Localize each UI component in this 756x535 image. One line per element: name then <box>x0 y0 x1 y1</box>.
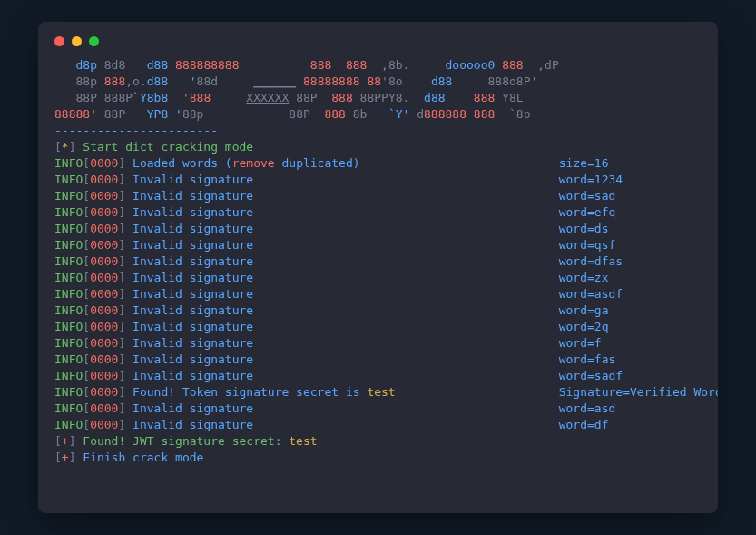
log-code: 0000 <box>90 418 118 431</box>
log-level: INFO <box>54 205 83 219</box>
banner-text: '888 <box>182 91 211 104</box>
banner-text: 888 <box>346 58 367 72</box>
log-code: 0000 <box>90 254 118 268</box>
log-message: Invalid signature <box>133 303 253 317</box>
banner-text: `Y8b8 <box>133 91 168 104</box>
banner-text: ' <box>168 74 196 88</box>
log-highlight: remove <box>232 156 275 170</box>
log-code: 0000 <box>90 401 118 415</box>
log-kv: word=zx <box>559 271 609 284</box>
log-message: Invalid signature <box>133 320 253 333</box>
minimize-icon[interactable] <box>72 36 82 46</box>
start-message: Start dict cracking mode <box>83 140 253 154</box>
banner-text: 88P <box>289 91 331 104</box>
banner-text: 888 <box>331 91 352 104</box>
log-kv: word=ga <box>559 303 609 317</box>
banner-text: XXXXXX <box>246 91 289 104</box>
log-level: INFO <box>54 352 83 366</box>
log-level: INFO <box>54 222 83 235</box>
log-kv: word=ds <box>559 222 609 235</box>
result-secret: test <box>289 434 317 448</box>
log-level: INFO <box>54 173 83 186</box>
log-message: Invalid signature <box>133 418 253 431</box>
log-level: INFO <box>54 385 83 399</box>
banner-text: d88 <box>147 58 168 72</box>
banner-text: d88 <box>431 74 452 88</box>
log-message: Invalid signature <box>133 205 253 219</box>
banner-text: 8d8 <box>97 58 147 72</box>
banner-text <box>296 74 303 88</box>
log-kv: word=sadf <box>559 369 623 382</box>
log-level: INFO <box>54 238 83 252</box>
banner-text: d88 <box>424 91 445 104</box>
log-kv: word=asd <box>559 401 616 415</box>
banner-text: ,o. <box>125 74 146 88</box>
log-kv: word=1234 <box>559 173 623 186</box>
log-level: INFO <box>54 336 83 350</box>
banner-text: 888 <box>324 107 345 121</box>
banner-text: 88P 888P <box>75 91 133 104</box>
log-kv: word=asdf <box>559 287 623 301</box>
banner-text: ______ <box>253 74 296 88</box>
banner-text <box>466 107 474 121</box>
log-level: INFO <box>54 189 83 203</box>
window-titlebar <box>38 36 718 57</box>
banner-text <box>240 58 310 72</box>
plus-icon: + <box>62 451 69 464</box>
log-level: INFO <box>54 369 83 382</box>
log-level: INFO <box>54 287 83 301</box>
banner-text <box>211 91 246 104</box>
log-message: duplicated) <box>275 156 360 170</box>
log-code: 0000 <box>90 222 118 235</box>
banner-text: ,8b. <box>367 58 445 72</box>
terminal-content: d8p 8d8 d88 888888888 888 888 ,8b. doooo… <box>38 57 718 466</box>
banner-text: d88 <box>147 74 168 88</box>
banner-text: ,dP <box>537 58 558 72</box>
banner-text: 88 <box>367 74 381 88</box>
log-level: INFO <box>54 401 83 415</box>
log-message: Invalid signature <box>133 352 253 366</box>
plus-icon: + <box>62 434 69 448</box>
log-code: 0000 <box>90 156 118 170</box>
banner-text <box>331 58 346 72</box>
log-kv: Signature=Verified Word=test <box>559 385 718 399</box>
log-code: 0000 <box>90 205 118 219</box>
log-message: Invalid signature <box>133 271 253 284</box>
banner-text: 888888888 <box>175 58 239 72</box>
log-message: Invalid signature <box>133 401 253 415</box>
star-icon: * <box>62 140 69 154</box>
log-level: INFO <box>54 320 83 333</box>
log-code: 0000 <box>90 303 118 317</box>
banner-text: ' <box>168 107 182 121</box>
log-code: 0000 <box>90 369 118 382</box>
log-level: INFO <box>54 271 83 284</box>
banner-text <box>168 58 175 72</box>
log-code: 0000 <box>90 336 118 350</box>
banner-text: 888 <box>104 74 125 88</box>
banner-text <box>446 91 474 104</box>
banner-text: 888o8P' <box>452 74 537 88</box>
bracket: [ <box>54 140 62 154</box>
log-level: INFO <box>54 418 83 431</box>
finish-message: Finish crack mode <box>83 451 203 464</box>
banner-text: 88d <box>197 74 254 88</box>
banner-text: YP8 <box>147 107 168 121</box>
log-code: 0000 <box>90 238 118 252</box>
banner-text: '8o <box>381 74 431 88</box>
banner-text: `Y' <box>388 107 409 121</box>
log-message: Loaded words ( <box>133 156 232 170</box>
close-icon[interactable] <box>54 36 64 46</box>
log-code: 0000 <box>90 271 118 284</box>
divider: ----------------------- <box>54 124 218 137</box>
log-message: Invalid signature <box>133 369 253 382</box>
banner-text: 88p <box>75 74 103 88</box>
banner-text: 88P <box>97 107 147 121</box>
zoom-icon[interactable] <box>89 36 99 46</box>
banner-text <box>495 58 502 72</box>
banner-text <box>524 58 538 72</box>
log-code: 0000 <box>90 189 118 203</box>
log-message: Invalid signature <box>133 336 253 350</box>
bracket: ] <box>69 451 76 464</box>
bracket: ] <box>69 434 76 448</box>
log-message: Invalid signature <box>133 287 253 301</box>
